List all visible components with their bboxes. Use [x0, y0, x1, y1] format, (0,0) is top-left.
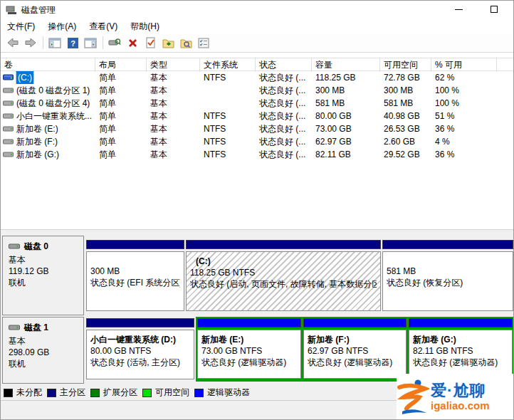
column-header-filler: [497, 58, 514, 72]
column-header-capacity[interactable]: 容量: [312, 58, 380, 72]
show-action-pane-button[interactable]: [82, 35, 99, 51]
layout-cell: 简单: [95, 71, 147, 84]
table-row-g[interactable]: 新加卷 (G:) 简单 基本 NTFS 状态良好 (... 82.11 GB 2…: [1, 148, 514, 161]
column-header-volume[interactable]: 卷: [1, 58, 95, 72]
column-header-layout[interactable]: 布局: [95, 58, 147, 72]
menu-help[interactable]: 帮助(H): [124, 19, 166, 34]
watermark: 爱·尬聊 igaliao.com: [397, 374, 514, 420]
layout-cell: 简单: [95, 84, 147, 97]
volume-name: (磁盘 0 磁盘分区 1): [16, 84, 90, 97]
status-cell: 状态良好 (...: [256, 135, 312, 148]
rescan-disks-icon: [108, 38, 121, 48]
help-button[interactable]: ?: [64, 35, 81, 51]
fs-cell: NTFS: [200, 148, 256, 161]
partition-status: 状态良好 (逻辑驱动器): [201, 357, 297, 368]
disk-size: 119.12 GB: [9, 266, 83, 277]
pct-cell: 62 %: [431, 71, 497, 84]
table-row-disk0-part4[interactable]: (磁盘 0 磁盘分区 4) 简单 基本 状态良好 (... 581 MB 581…: [1, 97, 514, 110]
type-cell: 基本: [147, 135, 200, 148]
legend-color-primary: [47, 389, 56, 397]
column-header-pct-free[interactable]: % 可用: [431, 58, 497, 72]
partition-size: 73.00 GB NTFS: [201, 345, 297, 357]
window-title: 磁盘管理: [21, 4, 56, 16]
partition-body: 581 MB 状态良好 (恢复分区): [382, 251, 513, 311]
disk0-info[interactable]: 磁盘 0 基本 119.12 GB 联机: [2, 236, 84, 315]
fs-cell: [200, 97, 256, 110]
pct-cell: 100 %: [431, 97, 497, 110]
column-header-free-space[interactable]: 可用空间: [380, 58, 431, 72]
type-cell: 基本: [147, 97, 200, 110]
pct-cell: 4 %: [431, 135, 497, 148]
partition-efi[interactable]: 300 MB 状态良好 (EFI 系统分区): [86, 240, 184, 311]
fs-cell: [200, 84, 256, 97]
volume-name: 新加卷 (G:): [16, 148, 59, 161]
rescan-disks-button[interactable]: [106, 35, 123, 51]
help-icon: ?: [68, 38, 78, 48]
back-button[interactable]: [4, 35, 21, 51]
type-cell: 基本: [147, 110, 200, 122]
legend-color-unallocated: [4, 389, 13, 397]
partition-size: 62.97 GB NTFS: [308, 345, 402, 357]
forward-icon: [24, 38, 37, 48]
partition-color-bar: [186, 240, 381, 249]
partition-label: 新加卷 (E:): [201, 334, 297, 345]
pct-cell: 100 %: [431, 84, 497, 97]
show-console-tree-button[interactable]: [46, 35, 63, 51]
volume-cell: (C:): [1, 71, 95, 84]
delete-volume-button[interactable]: [124, 35, 141, 51]
minimize-button[interactable]: [446, 1, 471, 18]
partition-status: 状态良好 (启动, 页面文件, 故障转储, 基本数据分区): [190, 278, 377, 290]
legend-free-space: 可用空间: [142, 387, 189, 399]
disk-size: 298.09 GB: [9, 347, 83, 358]
disk1-info[interactable]: 磁盘 1 基本 298.09 GB 联机: [2, 317, 84, 384]
column-header-filesystem[interactable]: 文件系统: [200, 58, 256, 72]
legend-label: 可用空间: [155, 387, 189, 399]
layout-cell: 简单: [95, 122, 147, 135]
partition-recovery[interactable]: 581 MB 状态良好 (恢复分区): [382, 240, 513, 311]
forward-button[interactable]: [22, 35, 39, 51]
mark-active-button[interactable]: [142, 35, 159, 51]
maximize-button[interactable]: [482, 1, 506, 18]
partition-body: (C:) 118.25 GB NTFS 状态良好 (启动, 页面文件, 故障转储…: [186, 251, 381, 311]
volume-list: 卷 布局 类型 文件系统 状态 容量 可用空间 % 可用 (C:) 简单 基本 …: [1, 53, 514, 229]
column-header-type[interactable]: 类型: [147, 58, 200, 72]
partition-body: 新加卷 (E:) 73.00 GB NTFS 状态良好 (逻辑驱动器): [197, 330, 301, 379]
legend-label: 未分配: [16, 387, 42, 399]
free-cell: 300 MB: [380, 84, 431, 97]
maximize-icon: [491, 6, 498, 13]
menu-view[interactable]: 查看(V): [83, 19, 124, 34]
back-icon: [6, 38, 19, 48]
partition-d[interactable]: 小白一键重装系统 (D:) 80.00 GB NTFS 状态良好 (活动, 主分…: [86, 318, 194, 379]
partition-f[interactable]: 新加卷 (F:) 62.97 GB NTFS 状态良好 (逻辑驱动器): [303, 318, 407, 380]
type-cell: 基本: [147, 84, 200, 97]
table-row-disk0-part1[interactable]: (磁盘 0 磁盘分区 1) 简单 基本 状态良好 (... 300 MB 300…: [1, 84, 514, 97]
capacity-cell: 73.00 GB: [312, 122, 380, 135]
partition-body: 小白一键重装系统 (D:) 80.00 GB NTFS 状态良好 (活动, 主分…: [86, 330, 194, 379]
open-folder-button[interactable]: [159, 35, 177, 51]
partition-status: 状态良好 (逻辑驱动器): [413, 357, 508, 368]
table-row-e[interactable]: 新加卷 (E:) 简单 基本 NTFS 状态良好 (... 73.00 GB 2…: [1, 122, 514, 135]
partition-label: 新加卷 (F:): [308, 334, 402, 345]
table-row-f[interactable]: 新加卷 (F:) 简单 基本 NTFS 状态良好 (... 62.97 GB 2…: [1, 135, 514, 148]
title-bar: 磁盘管理: [1, 1, 514, 19]
partition-color-bar: [197, 318, 301, 327]
free-cell: 29.52 GB: [380, 148, 431, 161]
volume-icon: [3, 100, 14, 107]
partition-c[interactable]: (C:) 118.25 GB NTFS 状态良好 (启动, 页面文件, 故障转储…: [186, 240, 381, 311]
capacity-cell: 581 MB: [312, 97, 380, 110]
partition-e[interactable]: 新加卷 (E:) 73.00 GB NTFS 状态良好 (逻辑驱动器): [197, 318, 301, 380]
mark-active-icon: [145, 37, 156, 48]
partition-body: 300 MB 状态良好 (EFI 系统分区): [86, 251, 184, 311]
volume-cell: 新加卷 (G:): [1, 148, 95, 161]
legend-label: 逻辑驱动器: [207, 387, 250, 399]
menu-file[interactable]: 文件(F): [1, 19, 41, 34]
explore-button[interactable]: [177, 35, 194, 51]
table-row-d[interactable]: 小白一键重装系统... 简单 基本 NTFS 状态良好 (... 80.00 G…: [1, 110, 514, 122]
properties-button[interactable]: [195, 35, 212, 51]
partition-g[interactable]: 新加卷 (G:) 82.11 GB NTFS 状态良好 (逻辑驱动器): [409, 318, 513, 380]
menu-bar: 文件(F) 操作(A) 查看(V) 帮助(H): [1, 19, 514, 33]
menu-action[interactable]: 操作(A): [41, 19, 83, 34]
column-header-status[interactable]: 状态: [256, 58, 312, 72]
table-row-c[interactable]: (C:) 简单 基本 NTFS 状态良好 (... 118.25 GB 72.7…: [1, 71, 514, 84]
disk-name: 磁盘 0: [24, 241, 48, 252]
